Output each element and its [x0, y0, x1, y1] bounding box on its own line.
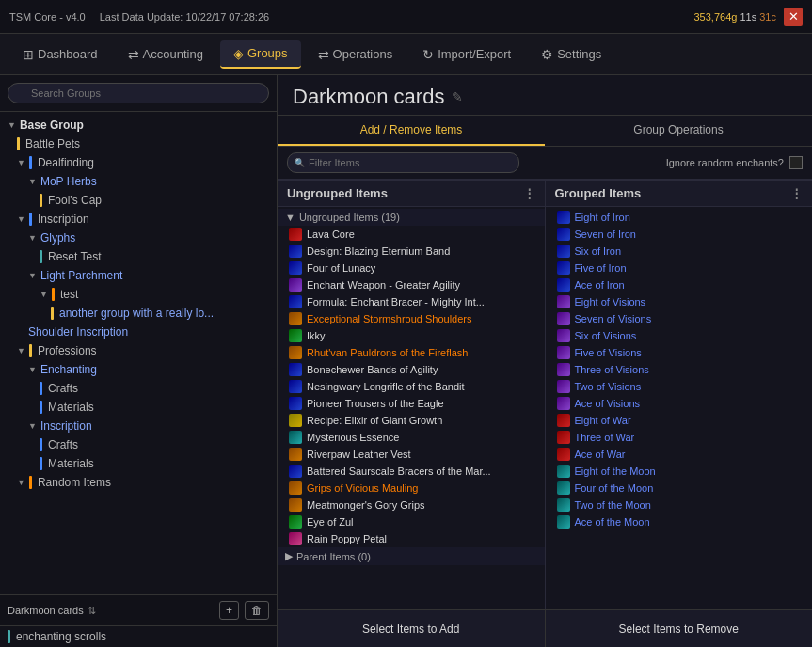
ungrouped-menu-icon[interactable]: ⋮	[523, 186, 535, 200]
list-item[interactable]: Two of Visions	[546, 378, 813, 395]
tree-inscription[interactable]: ▼ Inscription	[0, 210, 277, 229]
tree-professions[interactable]: ▼ Professions	[0, 341, 277, 360]
tree-enchanting[interactable]: ▼ Enchanting	[0, 360, 277, 379]
list-item[interactable]: Seven of Visions	[546, 310, 813, 327]
tree-inscription-materials[interactable]: Materials	[0, 454, 277, 473]
tree-shoulder-inscription[interactable]: Shoulder Inscription	[0, 323, 277, 341]
list-item[interactable]: Ikky	[278, 327, 545, 344]
tree-enchanting-crafts[interactable]: Crafts	[0, 379, 277, 398]
list-item[interactable]: Rain Poppy Petal	[278, 530, 545, 547]
chevron-icon: ▼	[28, 271, 37, 280]
tree-fools-cap[interactable]: Fool's Cap	[0, 191, 277, 210]
list-item[interactable]: Five of Iron	[546, 260, 813, 276]
item-icon	[289, 532, 302, 545]
tree-reset-test[interactable]: Reset Test	[0, 247, 277, 266]
search-input[interactable]	[8, 83, 269, 103]
list-item[interactable]: Three of War	[546, 429, 813, 446]
nav-settings[interactable]: ⚙ Settings	[528, 41, 614, 68]
item-icon	[557, 515, 570, 529]
grouped-panel: Grouped Items ⋮ Eight of Iron Seven of I…	[546, 181, 813, 609]
tree-random-items[interactable]: ▼ Random Items	[0, 473, 277, 492]
close-button[interactable]: ✕	[784, 8, 803, 26]
list-item[interactable]: Five of Visions	[546, 344, 813, 361]
list-item[interactable]: Recipe: Elixir of Giant Growth	[278, 412, 545, 429]
tab-add-remove[interactable]: Add / Remove Items	[278, 116, 545, 146]
list-item[interactable]: Seven of Iron	[546, 226, 813, 243]
list-item[interactable]: Eight of the Moon	[546, 463, 813, 480]
list-item[interactable]: Lava Core	[278, 226, 545, 243]
tree-inscription2[interactable]: ▼ Inscription	[0, 417, 277, 435]
list-item[interactable]: Four of the Moon	[546, 480, 813, 497]
select-items-to-add-button[interactable]: Select Items to Add	[278, 610, 546, 647]
list-item[interactable]: Six of Iron	[546, 243, 813, 260]
edit-title-icon[interactable]: ✎	[452, 89, 463, 104]
list-item[interactable]: Four of Lunacy	[278, 260, 545, 276]
list-item[interactable]: Pioneer Trousers of the Eagle	[278, 395, 545, 412]
enchant-checkbox[interactable]	[789, 156, 803, 169]
grouped-menu-icon[interactable]: ⋮	[790, 186, 803, 200]
item-icon	[557, 448, 570, 461]
main-layout: ▼ Base Group Battle Pets ▼ Dealfinding ▼…	[0, 75, 812, 647]
list-item[interactable]: Enchant Weapon - Greater Agility	[278, 276, 545, 293]
list-item[interactable]: Riverpaw Leather Vest	[278, 446, 545, 463]
tree-fools-cap-label: Fool's Cap	[48, 194, 102, 207]
delete-group-button[interactable]: 🗑	[245, 601, 269, 620]
tree-dealfinding[interactable]: ▼ Dealfinding	[0, 153, 277, 172]
list-item[interactable]: Ace of War	[546, 446, 813, 463]
list-item[interactable]: Formula: Enchant Bracer - Mighty Int...	[278, 293, 545, 310]
tree-light-parchment[interactable]: ▼ Light Parchment	[0, 266, 277, 285]
content-area: Darkmoon cards ✎ Add / Remove Items Grou…	[278, 75, 812, 647]
list-item[interactable]: Rhut'van Pauldrons of the Fireflash	[278, 344, 545, 361]
tree-battle-pets[interactable]: Battle Pets	[0, 134, 277, 153]
item-icon	[557, 211, 570, 224]
nav-dashboard[interactable]: ⊞ Dashboard	[9, 41, 111, 68]
list-item[interactable]: Eight of Iron	[546, 209, 813, 226]
grouped-item-list: Eight of Iron Seven of Iron Six of Iron …	[546, 207, 813, 609]
list-item[interactable]: Two of the Moon	[546, 497, 813, 513]
enchant-row: Ignore random enchants?	[666, 156, 803, 169]
list-item[interactable]: Ace of Visions	[546, 395, 813, 412]
list-item[interactable]: Battered Saurscale Bracers of the Mar...	[278, 463, 545, 480]
dashboard-icon: ⊞	[23, 47, 34, 62]
tree-enchanting-scrolls[interactable]: enchanting scrolls	[0, 625, 277, 647]
tree-mop-herbs[interactable]: ▼ MoP Herbs	[0, 172, 277, 191]
add-group-button[interactable]: +	[219, 601, 239, 620]
tree-base-group[interactable]: ▼ Base Group	[0, 116, 277, 134]
list-item[interactable]: Mysterious Essence	[278, 429, 545, 446]
tree-inscription-crafts[interactable]: Crafts	[0, 435, 277, 454]
list-item[interactable]: Ace of Iron	[546, 276, 813, 293]
tree-glyphs[interactable]: ▼ Glyphs	[0, 229, 277, 247]
tree-another-group[interactable]: another group with a really lo...	[0, 304, 277, 323]
item-icon	[289, 431, 302, 444]
item-icon	[289, 312, 302, 325]
filter-input[interactable]	[287, 152, 519, 173]
item-icon	[557, 228, 570, 241]
list-item[interactable]: Six of Visions	[546, 327, 813, 344]
list-item[interactable]: Meatmonger's Gory Grips	[278, 497, 545, 513]
list-item[interactable]: Exceptional Stormshroud Shoulders	[278, 310, 545, 327]
color-bar	[52, 288, 55, 301]
item-icon	[289, 295, 302, 308]
color-bar	[51, 307, 54, 320]
list-item[interactable]: Ace of the Moon	[546, 513, 813, 530]
select-items-to-remove-button[interactable]: Select Items to Remove	[546, 610, 813, 647]
list-item[interactable]: Eight of Visions	[546, 293, 813, 310]
list-item[interactable]: Grips of Vicious Mauling	[278, 480, 545, 497]
item-icon	[289, 498, 302, 512]
tree-inscription-crafts-label: Crafts	[48, 438, 78, 451]
list-item[interactable]: Eight of War	[546, 412, 813, 429]
nav-operations[interactable]: ⇄ Operations	[305, 41, 406, 68]
list-item[interactable]: Design: Blazing Eternium Band	[278, 243, 545, 260]
tab-group-ops[interactable]: Group Operations	[545, 116, 812, 146]
nav-groups[interactable]: ◈ Groups	[220, 40, 301, 69]
tree-enchanting-materials[interactable]: Materials	[0, 398, 277, 417]
nav-accounting[interactable]: ⇄ Accounting	[115, 41, 216, 68]
nav-import-export[interactable]: ↻ Import/Export	[409, 41, 524, 68]
tree-test[interactable]: ▼ test	[0, 285, 277, 304]
tree-another-group-label: another group with a really lo...	[59, 307, 214, 320]
list-item[interactable]: Nesingwary Longrifle of the Bandit	[278, 378, 545, 395]
list-item[interactable]: Bonechewer Bands of Agility	[278, 361, 545, 378]
list-item[interactable]: Eye of Zul	[278, 513, 545, 530]
active-group-label: Darkmoon cards	[8, 605, 84, 616]
list-item[interactable]: Three of Visions	[546, 361, 813, 378]
